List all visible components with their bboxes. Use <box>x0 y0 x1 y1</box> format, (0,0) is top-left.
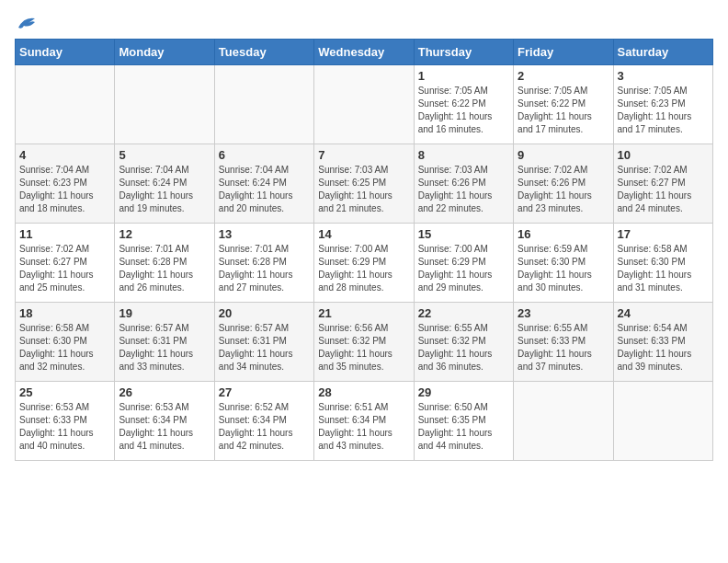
day-number: 5 <box>119 148 210 162</box>
calendar-body: 1Sunrise: 7:05 AM Sunset: 6:22 PM Daylig… <box>16 65 713 461</box>
day-number: 15 <box>418 227 509 241</box>
table-cell: 21Sunrise: 6:56 AM Sunset: 6:32 PM Dayli… <box>314 303 414 382</box>
day-number: 11 <box>19 227 110 241</box>
day-number: 22 <box>418 306 509 320</box>
day-info: Sunrise: 6:56 AM Sunset: 6:32 PM Dayligh… <box>318 322 409 373</box>
table-cell: 26Sunrise: 6:53 AM Sunset: 6:34 PM Dayli… <box>115 382 214 461</box>
table-cell <box>514 382 613 461</box>
day-info: Sunrise: 6:58 AM Sunset: 6:30 PM Dayligh… <box>618 243 709 294</box>
table-cell: 17Sunrise: 6:58 AM Sunset: 6:30 PM Dayli… <box>613 224 712 303</box>
table-cell: 3Sunrise: 7:05 AM Sunset: 6:23 PM Daylig… <box>613 65 712 144</box>
day-info: Sunrise: 7:00 AM Sunset: 6:29 PM Dayligh… <box>418 243 509 294</box>
table-cell: 7Sunrise: 7:03 AM Sunset: 6:25 PM Daylig… <box>314 144 414 224</box>
table-cell: 12Sunrise: 7:01 AM Sunset: 6:28 PM Dayli… <box>115 224 214 303</box>
calendar-header: SundayMondayTuesdayWednesdayThursdayFrid… <box>16 40 713 65</box>
day-info: Sunrise: 7:00 AM Sunset: 6:29 PM Dayligh… <box>318 243 409 294</box>
day-number: 23 <box>518 306 609 320</box>
day-info: Sunrise: 6:53 AM Sunset: 6:33 PM Dayligh… <box>19 401 110 453</box>
day-number: 19 <box>119 306 210 320</box>
day-number: 4 <box>19 148 110 162</box>
table-cell: 14Sunrise: 7:00 AM Sunset: 6:29 PM Dayli… <box>314 224 414 303</box>
day-number: 25 <box>19 385 110 399</box>
header-day-wednesday: Wednesday <box>314 40 414 65</box>
table-cell: 28Sunrise: 6:51 AM Sunset: 6:34 PM Dayli… <box>314 382 414 461</box>
day-info: Sunrise: 7:05 AM Sunset: 6:23 PM Dayligh… <box>618 85 709 136</box>
table-cell <box>214 65 313 144</box>
calendar-table: SundayMondayTuesdayWednesdayThursdayFrid… <box>15 39 713 461</box>
day-info: Sunrise: 7:04 AM Sunset: 6:24 PM Dayligh… <box>219 164 310 215</box>
day-info: Sunrise: 6:50 AM Sunset: 6:35 PM Dayligh… <box>418 401 509 453</box>
day-info: Sunrise: 6:55 AM Sunset: 6:32 PM Dayligh… <box>418 322 509 373</box>
week-row-5: 25Sunrise: 6:53 AM Sunset: 6:33 PM Dayli… <box>16 382 713 461</box>
table-cell: 8Sunrise: 7:03 AM Sunset: 6:26 PM Daylig… <box>414 144 513 224</box>
table-cell: 11Sunrise: 7:02 AM Sunset: 6:27 PM Dayli… <box>16 224 115 303</box>
day-number: 27 <box>219 385 310 399</box>
day-number: 20 <box>219 306 310 320</box>
table-cell: 2Sunrise: 7:05 AM Sunset: 6:22 PM Daylig… <box>514 65 613 144</box>
day-number: 14 <box>318 227 409 241</box>
header-row: SundayMondayTuesdayWednesdayThursdayFrid… <box>16 40 713 65</box>
day-number: 10 <box>618 148 709 162</box>
table-cell: 18Sunrise: 6:58 AM Sunset: 6:30 PM Dayli… <box>16 303 115 382</box>
day-info: Sunrise: 7:01 AM Sunset: 6:28 PM Dayligh… <box>219 243 310 294</box>
table-cell: 5Sunrise: 7:04 AM Sunset: 6:24 PM Daylig… <box>115 144 214 224</box>
day-number: 2 <box>518 69 609 83</box>
week-row-4: 18Sunrise: 6:58 AM Sunset: 6:30 PM Dayli… <box>16 303 713 382</box>
table-cell: 27Sunrise: 6:52 AM Sunset: 6:34 PM Dayli… <box>214 382 313 461</box>
table-cell <box>115 65 214 144</box>
day-info: Sunrise: 7:02 AM Sunset: 6:27 PM Dayligh… <box>19 243 110 294</box>
day-number: 29 <box>418 385 509 399</box>
day-number: 26 <box>119 385 210 399</box>
logo-bird-icon <box>17 15 37 31</box>
table-cell <box>16 65 115 144</box>
day-info: Sunrise: 6:55 AM Sunset: 6:33 PM Dayligh… <box>518 322 609 373</box>
day-info: Sunrise: 7:05 AM Sunset: 6:22 PM Dayligh… <box>418 85 509 136</box>
table-cell: 25Sunrise: 6:53 AM Sunset: 6:33 PM Dayli… <box>16 382 115 461</box>
day-number: 13 <box>219 227 310 241</box>
logo <box>15 15 37 31</box>
day-info: Sunrise: 6:53 AM Sunset: 6:34 PM Dayligh… <box>119 401 210 453</box>
day-info: Sunrise: 6:54 AM Sunset: 6:33 PM Dayligh… <box>618 322 709 373</box>
day-info: Sunrise: 6:58 AM Sunset: 6:30 PM Dayligh… <box>19 322 110 373</box>
table-cell: 22Sunrise: 6:55 AM Sunset: 6:32 PM Dayli… <box>414 303 513 382</box>
day-info: Sunrise: 7:03 AM Sunset: 6:25 PM Dayligh… <box>318 164 409 215</box>
table-cell <box>613 382 712 461</box>
day-info: Sunrise: 7:02 AM Sunset: 6:26 PM Dayligh… <box>518 164 609 215</box>
day-number: 21 <box>318 306 409 320</box>
day-info: Sunrise: 6:51 AM Sunset: 6:34 PM Dayligh… <box>318 401 409 453</box>
day-number: 8 <box>418 148 509 162</box>
table-cell: 9Sunrise: 7:02 AM Sunset: 6:26 PM Daylig… <box>514 144 613 224</box>
day-number: 7 <box>318 148 409 162</box>
week-row-2: 4Sunrise: 7:04 AM Sunset: 6:23 PM Daylig… <box>16 144 713 224</box>
header-day-saturday: Saturday <box>613 40 712 65</box>
header-day-thursday: Thursday <box>414 40 513 65</box>
header <box>15 15 713 31</box>
day-info: Sunrise: 6:57 AM Sunset: 6:31 PM Dayligh… <box>119 322 210 373</box>
header-day-monday: Monday <box>115 40 214 65</box>
day-number: 1 <box>418 69 509 83</box>
header-day-tuesday: Tuesday <box>214 40 313 65</box>
table-cell <box>314 65 414 144</box>
table-cell: 24Sunrise: 6:54 AM Sunset: 6:33 PM Dayli… <box>613 303 712 382</box>
header-day-friday: Friday <box>514 40 613 65</box>
table-cell: 16Sunrise: 6:59 AM Sunset: 6:30 PM Dayli… <box>514 224 613 303</box>
day-info: Sunrise: 7:04 AM Sunset: 6:24 PM Dayligh… <box>119 164 210 215</box>
day-info: Sunrise: 7:01 AM Sunset: 6:28 PM Dayligh… <box>119 243 210 294</box>
day-info: Sunrise: 7:03 AM Sunset: 6:26 PM Dayligh… <box>418 164 509 215</box>
week-row-3: 11Sunrise: 7:02 AM Sunset: 6:27 PM Dayli… <box>16 224 713 303</box>
day-info: Sunrise: 7:04 AM Sunset: 6:23 PM Dayligh… <box>19 164 110 215</box>
day-number: 24 <box>618 306 709 320</box>
week-row-1: 1Sunrise: 7:05 AM Sunset: 6:22 PM Daylig… <box>16 65 713 144</box>
day-number: 16 <box>518 227 609 241</box>
day-info: Sunrise: 7:05 AM Sunset: 6:22 PM Dayligh… <box>518 85 609 136</box>
table-cell: 1Sunrise: 7:05 AM Sunset: 6:22 PM Daylig… <box>414 65 513 144</box>
day-info: Sunrise: 6:52 AM Sunset: 6:34 PM Dayligh… <box>219 401 310 453</box>
table-cell: 4Sunrise: 7:04 AM Sunset: 6:23 PM Daylig… <box>16 144 115 224</box>
day-number: 17 <box>618 227 709 241</box>
day-number: 3 <box>618 69 709 83</box>
table-cell: 23Sunrise: 6:55 AM Sunset: 6:33 PM Dayli… <box>514 303 613 382</box>
table-cell: 6Sunrise: 7:04 AM Sunset: 6:24 PM Daylig… <box>214 144 313 224</box>
day-number: 28 <box>318 385 409 399</box>
table-cell: 29Sunrise: 6:50 AM Sunset: 6:35 PM Dayli… <box>414 382 513 461</box>
day-info: Sunrise: 6:57 AM Sunset: 6:31 PM Dayligh… <box>219 322 310 373</box>
